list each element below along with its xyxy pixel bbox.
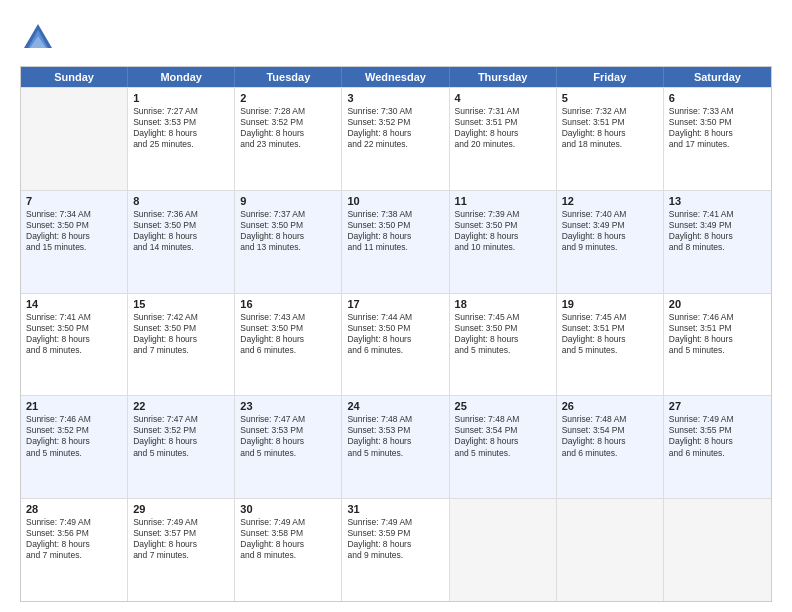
cell-info-line: and 13 minutes. xyxy=(240,242,336,253)
day-number: 22 xyxy=(133,400,229,412)
cell-info-line: Daylight: 8 hours xyxy=(26,334,122,345)
cell-info-line: Sunset: 3:54 PM xyxy=(455,425,551,436)
calendar-cell-r2c2: 16Sunrise: 7:43 AMSunset: 3:50 PMDayligh… xyxy=(235,294,342,396)
cell-info-line: Daylight: 8 hours xyxy=(669,334,766,345)
header-day-monday: Monday xyxy=(128,67,235,87)
cell-info-line: and 5 minutes. xyxy=(455,448,551,459)
cell-info-line: Sunset: 3:52 PM xyxy=(133,425,229,436)
day-number: 21 xyxy=(26,400,122,412)
cell-info-line: and 9 minutes. xyxy=(562,242,658,253)
cell-info-line: Daylight: 8 hours xyxy=(347,128,443,139)
cell-info-line: Sunset: 3:51 PM xyxy=(562,323,658,334)
day-number: 4 xyxy=(455,92,551,104)
cell-info-line: Sunrise: 7:32 AM xyxy=(562,106,658,117)
calendar-cell-r1c6: 13Sunrise: 7:41 AMSunset: 3:49 PMDayligh… xyxy=(664,191,771,293)
calendar-cell-r3c6: 27Sunrise: 7:49 AMSunset: 3:55 PMDayligh… xyxy=(664,396,771,498)
header-day-friday: Friday xyxy=(557,67,664,87)
cell-info-line: Sunset: 3:50 PM xyxy=(669,117,766,128)
cell-info-line: Sunrise: 7:45 AM xyxy=(455,312,551,323)
day-number: 10 xyxy=(347,195,443,207)
calendar-cell-r0c2: 2Sunrise: 7:28 AMSunset: 3:52 PMDaylight… xyxy=(235,88,342,190)
cell-info-line: Sunrise: 7:47 AM xyxy=(133,414,229,425)
cell-info-line: and 17 minutes. xyxy=(669,139,766,150)
cell-info-line: Sunset: 3:56 PM xyxy=(26,528,122,539)
cell-info-line: and 5 minutes. xyxy=(240,448,336,459)
calendar-cell-r4c6 xyxy=(664,499,771,601)
calendar-cell-r2c6: 20Sunrise: 7:46 AMSunset: 3:51 PMDayligh… xyxy=(664,294,771,396)
cell-info-line: Sunrise: 7:36 AM xyxy=(133,209,229,220)
cell-info-line: and 5 minutes. xyxy=(133,448,229,459)
day-number: 18 xyxy=(455,298,551,310)
cell-info-line: Daylight: 8 hours xyxy=(133,128,229,139)
cell-info-line: Daylight: 8 hours xyxy=(133,436,229,447)
calendar-cell-r1c2: 9Sunrise: 7:37 AMSunset: 3:50 PMDaylight… xyxy=(235,191,342,293)
cell-info-line: Daylight: 8 hours xyxy=(26,436,122,447)
cell-info-line: and 20 minutes. xyxy=(455,139,551,150)
header-day-wednesday: Wednesday xyxy=(342,67,449,87)
header-day-sunday: Sunday xyxy=(21,67,128,87)
cell-info-line: Daylight: 8 hours xyxy=(347,539,443,550)
cell-info-line: Sunrise: 7:41 AM xyxy=(26,312,122,323)
cell-info-line: Daylight: 8 hours xyxy=(347,436,443,447)
header xyxy=(20,20,772,56)
cell-info-line: and 6 minutes. xyxy=(669,448,766,459)
cell-info-line: Sunset: 3:50 PM xyxy=(133,220,229,231)
cell-info-line: Daylight: 8 hours xyxy=(455,231,551,242)
cell-info-line: and 6 minutes. xyxy=(240,345,336,356)
cell-info-line: Daylight: 8 hours xyxy=(26,539,122,550)
calendar-cell-r0c0 xyxy=(21,88,128,190)
cell-info-line: Sunset: 3:53 PM xyxy=(240,425,336,436)
cell-info-line: and 22 minutes. xyxy=(347,139,443,150)
calendar-cell-r1c5: 12Sunrise: 7:40 AMSunset: 3:49 PMDayligh… xyxy=(557,191,664,293)
cell-info-line: Daylight: 8 hours xyxy=(455,436,551,447)
day-number: 30 xyxy=(240,503,336,515)
calendar-cell-r4c1: 29Sunrise: 7:49 AMSunset: 3:57 PMDayligh… xyxy=(128,499,235,601)
cell-info-line: and 11 minutes. xyxy=(347,242,443,253)
cell-info-line: and 7 minutes. xyxy=(133,345,229,356)
cell-info-line: Sunrise: 7:27 AM xyxy=(133,106,229,117)
day-number: 16 xyxy=(240,298,336,310)
cell-info-line: Sunset: 3:53 PM xyxy=(133,117,229,128)
day-number: 8 xyxy=(133,195,229,207)
calendar-cell-r3c4: 25Sunrise: 7:48 AMSunset: 3:54 PMDayligh… xyxy=(450,396,557,498)
cell-info-line: Daylight: 8 hours xyxy=(240,334,336,345)
calendar-cell-r4c5 xyxy=(557,499,664,601)
calendar-cell-r2c0: 14Sunrise: 7:41 AMSunset: 3:50 PMDayligh… xyxy=(21,294,128,396)
calendar-row-0: 1Sunrise: 7:27 AMSunset: 3:53 PMDaylight… xyxy=(21,87,771,190)
cell-info-line: Sunset: 3:53 PM xyxy=(347,425,443,436)
logo xyxy=(20,20,60,56)
cell-info-line: Sunset: 3:52 PM xyxy=(347,117,443,128)
cell-info-line: Daylight: 8 hours xyxy=(562,128,658,139)
day-number: 31 xyxy=(347,503,443,515)
calendar-cell-r3c5: 26Sunrise: 7:48 AMSunset: 3:54 PMDayligh… xyxy=(557,396,664,498)
cell-info-line: Daylight: 8 hours xyxy=(347,231,443,242)
calendar-body: 1Sunrise: 7:27 AMSunset: 3:53 PMDaylight… xyxy=(21,87,771,601)
day-number: 2 xyxy=(240,92,336,104)
cell-info-line: Sunrise: 7:37 AM xyxy=(240,209,336,220)
day-number: 20 xyxy=(669,298,766,310)
cell-info-line: Daylight: 8 hours xyxy=(133,539,229,550)
cell-info-line: Sunset: 3:50 PM xyxy=(240,220,336,231)
calendar-cell-r0c5: 5Sunrise: 7:32 AMSunset: 3:51 PMDaylight… xyxy=(557,88,664,190)
calendar-cell-r2c4: 18Sunrise: 7:45 AMSunset: 3:50 PMDayligh… xyxy=(450,294,557,396)
cell-info-line: Sunrise: 7:28 AM xyxy=(240,106,336,117)
cell-info-line: Daylight: 8 hours xyxy=(562,436,658,447)
day-number: 1 xyxy=(133,92,229,104)
calendar: SundayMondayTuesdayWednesdayThursdayFrid… xyxy=(20,66,772,602)
cell-info-line: Sunrise: 7:46 AM xyxy=(26,414,122,425)
day-number: 9 xyxy=(240,195,336,207)
day-number: 12 xyxy=(562,195,658,207)
cell-info-line: Daylight: 8 hours xyxy=(133,231,229,242)
cell-info-line: Daylight: 8 hours xyxy=(240,231,336,242)
cell-info-line: and 14 minutes. xyxy=(133,242,229,253)
cell-info-line: Sunset: 3:51 PM xyxy=(669,323,766,334)
cell-info-line: Daylight: 8 hours xyxy=(455,128,551,139)
cell-info-line: Daylight: 8 hours xyxy=(347,334,443,345)
calendar-cell-r0c4: 4Sunrise: 7:31 AMSunset: 3:51 PMDaylight… xyxy=(450,88,557,190)
cell-info-line: Sunset: 3:52 PM xyxy=(240,117,336,128)
cell-info-line: Sunset: 3:59 PM xyxy=(347,528,443,539)
cell-info-line: Sunrise: 7:40 AM xyxy=(562,209,658,220)
day-number: 24 xyxy=(347,400,443,412)
cell-info-line: Sunrise: 7:41 AM xyxy=(669,209,766,220)
cell-info-line: and 8 minutes. xyxy=(669,242,766,253)
